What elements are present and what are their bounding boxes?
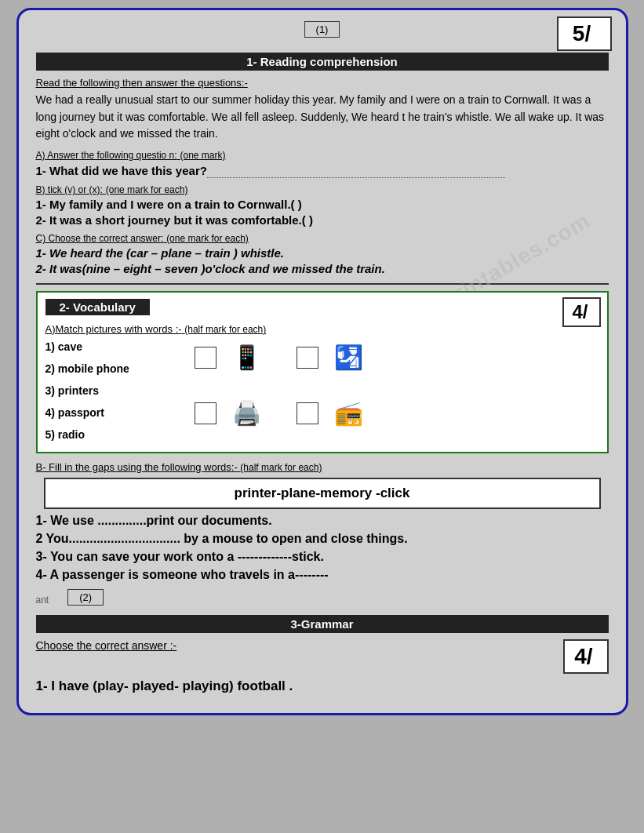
fill-q2: 2 You................................ by… (36, 532, 609, 546)
vocabulary-section: 2- Vocabulary 4/ A)Match pictures with w… (36, 291, 609, 453)
answer-box (195, 402, 216, 424)
section-divider (36, 283, 609, 285)
ant-label: ant (36, 595, 49, 606)
grammar-q1: 1- I have (play- played- playing) footba… (36, 678, 609, 694)
section1-title: 1- Reading comprehension (36, 53, 609, 71)
word-list: 1) cave 2) mobile phone 3) printers 4) p… (45, 336, 187, 446)
answer-box (297, 402, 318, 424)
word-item: 4) passport (45, 402, 187, 424)
answer-box (297, 347, 318, 369)
subsection-a-label: A) Answer the following questio n: (one … (36, 148, 609, 161)
score-vocab: 4/ (562, 297, 600, 327)
q1-a: 1- What did we have this year? (36, 164, 609, 178)
word-item: 3) printers (45, 380, 187, 402)
q1-c: 1- We heard the (car – plane – train ) w… (36, 246, 609, 260)
exam-page: eslprintables.com (1) 5/ 1- Reading comp… (16, 8, 628, 715)
passport-icon: 🛂 (322, 336, 377, 379)
pic-row-4: 📻 (297, 391, 377, 435)
page-number-bottom: (2) (67, 589, 104, 606)
answer-box (195, 347, 216, 369)
fill-q1: 1- We use ..............print our docume… (36, 514, 609, 528)
pic-row-2: 🖨️ (195, 391, 275, 435)
pic-col-1: 📱 🖨️ (195, 336, 275, 435)
subsection-a-vocab-label: A)Match pictures with words :- (half mar… (45, 323, 267, 335)
page-number-top: (1) (304, 21, 340, 38)
reading-passage: We had a really unusual start to our sum… (36, 92, 609, 143)
section1-instruction: Read the following then answer the quest… (36, 77, 609, 89)
subsection-c-label: C) Choose the correct answer: (one mark … (36, 231, 609, 244)
word-item: 5) radio (45, 424, 187, 446)
word-item: 2) mobile phone (45, 358, 187, 380)
section2-title: 2- Vocabulary (45, 299, 150, 315)
score-grammar: 4/ (563, 639, 608, 674)
pic-col-2: 🛂 📻 (297, 336, 377, 435)
pic-row-1: 📱 (195, 336, 275, 379)
phone-icon: 📱 (220, 336, 275, 379)
printer-icon: 🖨️ (220, 391, 275, 435)
subsection-b-label: B) tick (v) or (x): (one mark for each) (36, 183, 609, 195)
match-layout: 1) cave 2) mobile phone 3) printers 4) p… (45, 336, 599, 446)
grammar-section: 3-Grammar Choose the correct answer :- 4… (36, 615, 609, 694)
fill-in-section: B- Fill in the gaps using the following … (36, 461, 609, 582)
q2-b: 2- It was a short journey but it was com… (36, 213, 609, 227)
word-item: 1) cave (45, 336, 187, 358)
fill-q3: 3- You can save your work onto a -------… (36, 550, 609, 564)
bottom-label-area: ant (2) (36, 588, 609, 606)
vocab-header: 2- Vocabulary 4/ (45, 299, 599, 318)
fill-q4: 4- A passenger is someone who travels in… (36, 568, 609, 582)
word-bank: printer-plane-memory -click (44, 478, 601, 509)
choose-correct-label: Choose the correct answer :- (36, 639, 177, 652)
section3-title: 3-Grammar (36, 615, 609, 633)
pic-row-3: 🛂 (297, 336, 377, 379)
score-top: 5/ (557, 16, 612, 51)
picture-area: 📱 🖨️ 🛂 📻 (195, 336, 599, 435)
q1-b: 1- My family and I were on a train to Co… (36, 198, 609, 211)
fill-instruction: B- Fill in the gaps using the following … (36, 461, 609, 473)
radio-icon: 📻 (322, 391, 377, 435)
q2-c: 2- It was(nine – eight – seven )o'clock … (36, 262, 609, 275)
